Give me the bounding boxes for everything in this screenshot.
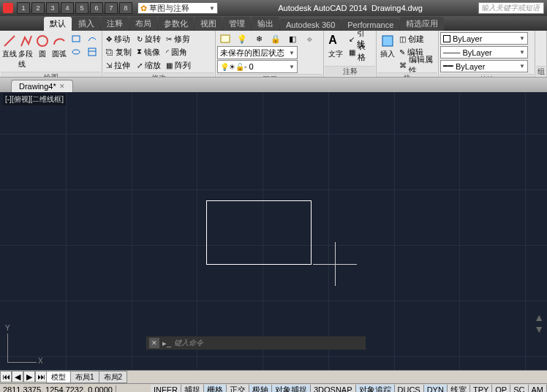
status-lwt[interactable]: 线宽 (448, 385, 470, 393)
arc-button[interactable]: 圆弧 (51, 32, 67, 61)
layer-off-button[interactable]: 💡 (234, 32, 250, 45)
tab-a360[interactable]: Autodesk 360 (280, 19, 341, 31)
status-tpy[interactable]: TPY (470, 385, 492, 393)
layer-iso-button[interactable]: ◧ (284, 32, 301, 45)
qat-2[interactable]: 2 (31, 2, 45, 14)
model-tab[interactable]: 模型 (46, 371, 71, 383)
status-grid[interactable]: 栅格 (204, 385, 227, 393)
layer-lock-button[interactable]: 🔒 (268, 32, 284, 45)
hatch-button[interactable] (84, 45, 100, 59)
status-polar[interactable]: 极轴 (249, 385, 272, 393)
layout-prev-button[interactable]: ◀ (12, 371, 23, 382)
coordinates[interactable]: 2811.3375, 1254.7232, 0.0000 (0, 385, 116, 393)
status-sc[interactable]: SC (510, 385, 528, 393)
ribbon-tabs: 默认 插入 注释 布局 参数化 视图 管理 输出 Autodesk 360 Pe… (0, 16, 547, 31)
tab-parametric[interactable]: 参数化 (158, 17, 194, 31)
svg-rect-4 (88, 48, 96, 56)
tab-manage[interactable]: 管理 (223, 17, 251, 31)
qat-7[interactable]: 7 (105, 2, 118, 14)
status-snap[interactable]: 捕捉 (181, 385, 204, 393)
layer-match-button[interactable]: ⟐ (301, 32, 317, 45)
polyline-button[interactable]: 多段线 (18, 32, 34, 71)
fillet-button[interactable]: ◜ 圆角 (164, 45, 193, 59)
tab-insert[interactable]: 插入 (72, 17, 100, 31)
tab-output[interactable]: 输出 (252, 17, 279, 31)
copy-button[interactable]: ⿻ 复制 (104, 45, 134, 59)
status-3dosnap[interactable]: 3DOSNAP (311, 385, 356, 393)
stretch-button[interactable]: ⇲ 拉伸 (104, 59, 134, 72)
command-input[interactable]: 键入命令 (174, 338, 203, 348)
rectangle-button[interactable] (68, 32, 84, 45)
panel-draw: 直线 多段线 圆 圆弧 绘图 (0, 31, 102, 77)
mirror-button[interactable]: ⧗ 镜像 (135, 45, 163, 59)
insert-block-button[interactable]: 插入 (378, 32, 396, 61)
create-block-button[interactable]: ◫ 创建 (397, 32, 437, 45)
layout1-tab[interactable]: 布局1 (70, 371, 99, 383)
panel-draw-label[interactable]: 绘图 (1, 72, 101, 78)
table-button[interactable]: ▦ 表格 (347, 45, 374, 59)
viewcube-nav[interactable]: ▲▼ (534, 312, 544, 335)
status-ducs[interactable]: DUCS (395, 385, 424, 393)
layout-first-button[interactable]: ⏮ (0, 371, 12, 382)
line-button[interactable]: 直线 (1, 32, 18, 61)
text-button[interactable]: A文字 (325, 32, 346, 61)
panel-block-label[interactable]: 块 (377, 72, 437, 78)
close-tab-icon[interactable]: ✕ (59, 83, 65, 90)
edit-attr-button[interactable]: ⌘ 编辑属性 (397, 59, 437, 72)
trim-button[interactable]: ✂ 修剪 (164, 32, 193, 45)
command-close-icon[interactable]: ✕ (149, 338, 159, 348)
qat-8[interactable]: 8 (119, 2, 132, 14)
tab-featured[interactable]: 精选应用 (400, 17, 444, 31)
window-title: Autodesk AutoCAD 2014 Drawing4.dwg (222, 4, 478, 12)
svg-line-0 (4, 36, 15, 46)
tab-layout[interactable]: 布局 (129, 17, 157, 31)
panel-modify-label[interactable]: 修改 (103, 72, 214, 78)
qat-5[interactable]: 5 (75, 2, 88, 14)
tab-annotate[interactable]: 注释 (101, 17, 129, 31)
layout2-tab[interactable]: 布局2 (99, 371, 128, 383)
help-search-input[interactable]: 输入关键字或短语 (478, 2, 544, 14)
workspace-dropdown[interactable]: ✿ 草图与注释 ▼ (137, 2, 218, 14)
model-space[interactable] (0, 92, 547, 370)
qat-1[interactable]: 1 (17, 2, 30, 14)
qat-3[interactable]: 3 (46, 2, 59, 14)
workspace-label: 草图与注释 (149, 3, 189, 14)
status-am[interactable]: AM (529, 385, 548, 393)
status-infer[interactable]: INFER (151, 385, 181, 393)
color-dropdown[interactable]: ByLayer▼ (440, 32, 528, 45)
rectangle-object[interactable] (206, 200, 312, 265)
panel-annotation-label[interactable]: 注释 (325, 66, 375, 76)
status-osnap[interactable]: 对象捕捉 (272, 385, 311, 393)
panel-group-label[interactable]: 组 (536, 66, 546, 76)
file-tab-drawing4[interactable]: Drawing4* ✕ (11, 80, 73, 92)
lineweight-dropdown[interactable]: ━━ByLayer▼ (440, 60, 528, 72)
layer-state-dropdown[interactable]: 未保存的图层状态▼ (217, 46, 298, 59)
svg-rect-6 (221, 35, 230, 42)
status-qp[interactable]: QP (492, 385, 510, 393)
linetype-dropdown[interactable]: ───ByLayer▼ (440, 46, 528, 59)
qat-4[interactable]: 4 (61, 2, 74, 14)
layer-freeze-button[interactable]: ❄ (251, 32, 267, 45)
scale-button[interactable]: ⤢ 缩放 (135, 59, 163, 72)
status-ortho[interactable]: 正交 (227, 385, 249, 393)
layout-next-button[interactable]: ▶ (23, 371, 35, 382)
qat-6[interactable]: 6 (90, 2, 103, 14)
layer-props-button[interactable] (217, 32, 233, 45)
status-otrack[interactable]: 对象追踪 (356, 385, 395, 393)
panel-modify: ✥ 移动 ⿻ 复制 ⇲ 拉伸 ↻ 旋转 ⧗ 镜像 ⤢ 缩放 ✂ 修剪 ◜ 圆角 … (102, 31, 216, 77)
app-icon[interactable] (3, 3, 13, 13)
command-line[interactable]: ✕ ▸_ 键入命令 (146, 336, 366, 350)
layout-last-button[interactable]: ⏭ (35, 371, 47, 382)
layer-dropdown[interactable]: 💡☀🔓▫ 0▼ (217, 60, 298, 73)
tab-performance[interactable]: Performance (342, 19, 399, 31)
spline-button[interactable] (84, 32, 100, 45)
tab-default[interactable]: 默认 (44, 17, 72, 31)
drawing-canvas[interactable]: [-][俯视][二维线框] Y X ✕ ▸_ 键入命令 ▲▼ (0, 92, 547, 370)
move-button[interactable]: ✥ 移动 (104, 32, 134, 45)
rotate-button[interactable]: ↻ 旋转 (135, 32, 163, 45)
status-dyn[interactable]: DYN (424, 385, 448, 393)
circle-button[interactable]: 圆 (35, 32, 51, 61)
array-button[interactable]: ▦ 阵列 (164, 59, 193, 72)
tab-view[interactable]: 视图 (195, 17, 222, 31)
ellipse-button[interactable] (68, 45, 84, 59)
